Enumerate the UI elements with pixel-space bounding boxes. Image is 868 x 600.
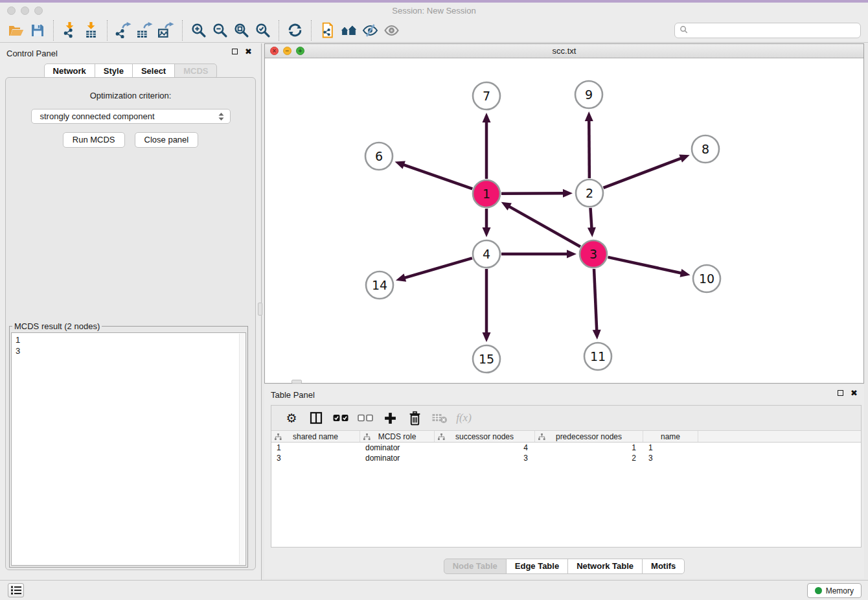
graph-node-9[interactable]: 9 [575,81,602,108]
float-panel-icon[interactable] [232,49,238,54]
run-mcds-button[interactable]: Run MCDS [63,132,125,148]
graph-node-6[interactable]: 6 [365,143,393,170]
select-all-icon[interactable] [328,407,353,429]
add-column-icon[interactable] [378,407,402,429]
network-close-button[interactable]: × [270,47,279,55]
graph-edge-4-3[interactable] [501,250,577,259]
graph-edge-4-15[interactable] [483,269,491,342]
open-file-icon[interactable] [5,20,27,41]
vertical-splitter-grip[interactable] [258,303,262,316]
zoom-fit-icon[interactable] [231,20,252,41]
minimize-window-button[interactable] [21,6,29,15]
graph-node-7[interactable]: 7 [473,82,500,110]
export-table-icon[interactable] [134,20,155,41]
network-maximize-button[interactable]: + [296,47,304,55]
search-input[interactable] [691,25,860,36]
close-table-panel-icon[interactable]: ✖ [851,390,858,396]
table-panel: Table Panel ✖ ⚙f(x) shared nameMCDS role… [264,385,864,579]
network-window-titlebar[interactable]: × − + scc.txt [265,44,863,58]
close-panel-icon[interactable]: ✖ [245,49,252,54]
graph-node-1[interactable]: 1 [473,180,500,207]
mcds-result-list[interactable]: 13 [11,332,246,566]
graph-node-8[interactable]: 8 [692,135,719,163]
tab-network-table[interactable]: Network Table [567,559,643,574]
table-row[interactable]: 1dominator411 [271,443,861,453]
tab-edge-table[interactable]: Edge Table [506,559,568,574]
graph-node-15[interactable]: 15 [473,345,500,373]
search-field[interactable] [674,23,861,38]
hide-selected-icon[interactable] [360,20,381,41]
graph-node-4[interactable]: 4 [473,240,500,268]
graph-edge-3-10[interactable] [608,257,690,277]
cell-name: 1 [643,443,698,453]
memory-button[interactable]: Memory [807,583,862,598]
column-header-name[interactable]: name [643,431,698,442]
cell-successor-nodes: 3 [435,453,535,463]
network-graph: 1234678910111415 [265,58,863,383]
svg-text:2: 2 [586,186,593,200]
tab-motifs[interactable]: Motifs [642,559,685,574]
main-area: Control Panel ✖ NetworkStyleSelectMCDS O… [0,43,868,580]
deselect-all-icon[interactable] [353,407,378,429]
cell-successor-nodes: 4 [435,443,535,453]
graph-node-14[interactable]: 14 [366,271,393,299]
task-history-button[interactable] [8,583,24,597]
float-table-panel-icon[interactable] [838,390,843,396]
graph-edge-4-14[interactable] [396,258,472,281]
graph-node-2[interactable]: 2 [576,179,603,207]
zoom-selected-icon[interactable] [252,20,273,41]
table-panel-title: Table Panel [264,385,864,400]
show-all-icon[interactable] [381,20,402,41]
save-session-icon[interactable] [27,20,48,41]
graph-edge-2-9[interactable] [585,111,593,178]
close-window-button[interactable] [7,6,16,15]
graph-edge-2-3[interactable] [588,208,596,237]
close-panel-button[interactable]: Close panel [135,132,199,148]
export-network-icon[interactable] [113,20,134,41]
column-header-shared-name[interactable]: shared name [271,431,360,442]
zoom-in-icon[interactable] [188,20,209,41]
refresh-view-icon[interactable] [284,20,306,41]
function-builder-label: f(x) [456,411,472,424]
graph-node-11[interactable]: 11 [584,343,611,370]
export-image-icon[interactable] [155,20,177,41]
tab-node-table[interactable]: Node Table [444,559,507,574]
graph-node-10[interactable]: 10 [693,265,720,292]
table-row[interactable]: 3dominator323 [271,453,861,463]
graph-edge-1-2[interactable] [501,189,573,198]
graph-node-3[interactable]: 3 [580,240,607,268]
column-header-predecessor-nodes[interactable]: predecessor nodes [535,431,643,442]
cell-predecessor-nodes: 2 [535,453,643,463]
delete-column-icon[interactable] [402,407,427,429]
network-canvas[interactable]: 1234678910111415 [265,58,863,383]
graph-edge-2-8[interactable] [604,154,690,187]
window-controls [0,6,43,15]
svg-text:1: 1 [483,187,490,201]
zoom-window-button[interactable] [34,6,43,15]
graph-edge-3-1[interactable] [501,202,580,247]
graph-edge-1-6[interactable] [395,161,473,189]
column-header-MCDS-role[interactable]: MCDS role [360,431,435,442]
settings-icon[interactable]: ⚙ [279,407,304,429]
first-neighbors-icon[interactable] [338,20,360,41]
clone-network-icon[interactable] [317,20,338,41]
horizontal-splitter-grip[interactable] [291,380,302,384]
cell-MCDS-role: dominator [360,453,435,463]
show-columns-icon[interactable] [304,407,328,429]
result-scrollbar-track[interactable] [239,334,245,564]
status-bar: Memory [0,580,868,600]
table-toolbar: ⚙f(x) [271,406,861,431]
column-header-successor-nodes[interactable]: successor nodes [435,431,535,442]
zoom-out-icon[interactable] [209,20,231,41]
network-minimize-button[interactable]: − [283,47,291,55]
column-header-label: name [643,431,698,443]
graph-edge-1-4[interactable] [483,209,491,237]
toolbar-separator [182,20,183,41]
import-table-icon[interactable] [80,20,102,41]
criterion-dropdown[interactable]: strongly connected component [31,109,231,124]
import-network-icon[interactable] [59,20,80,41]
svg-text:8: 8 [702,142,709,156]
search-icon [680,25,688,36]
graph-edge-3-11[interactable] [593,269,601,340]
graph-edge-1-7[interactable] [483,113,491,179]
